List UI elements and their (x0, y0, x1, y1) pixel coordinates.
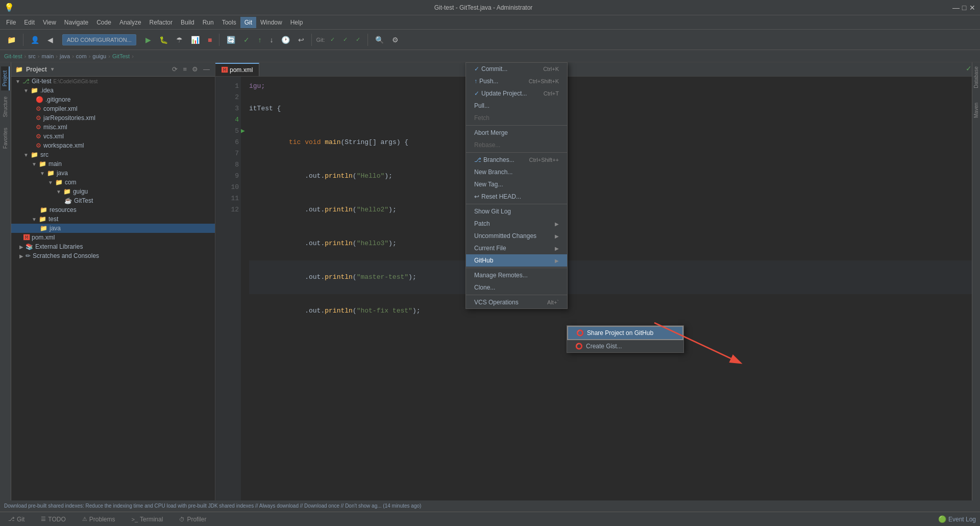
sidebar-filter-icon[interactable]: ⚙ (191, 64, 199, 74)
breadcrumb-java[interactable]: java (60, 53, 70, 59)
toolbar-profile[interactable]: 👤 (28, 33, 42, 47)
tree-main[interactable]: ▼ 📁 main (11, 159, 215, 169)
toolbar-nav-back[interactable]: ◀ (44, 33, 56, 47)
toolbar-push[interactable]: ↑ (255, 33, 264, 47)
tree-resources[interactable]: 📁 resources (11, 205, 215, 214)
breadcrumb-com[interactable]: com (76, 53, 87, 59)
git-menu-uncommitted[interactable]: Uncommitted Changes ▶ (466, 230, 567, 242)
breadcrumb-gittest[interactable]: GitTest (112, 53, 130, 59)
tree-src[interactable]: ▼ 📁 src (11, 150, 215, 159)
toolbar-pull[interactable]: ↓ (266, 33, 276, 47)
project-tab[interactable]: Project (1, 66, 10, 90)
toolbar-stop[interactable]: ■ (205, 33, 215, 47)
event-log-label[interactable]: Event Log (948, 516, 976, 523)
tree-compiler-xml[interactable]: ⚙ compiler.xml (11, 104, 215, 113)
line-num-5: 5 (217, 126, 239, 137)
tree-external-libs[interactable]: ▶ 📚 External Libraries (11, 242, 215, 251)
git-menu-new-branch[interactable]: New Branch... (466, 166, 567, 178)
tree-jar-repos[interactable]: ⚙ jarRepositories.xml (11, 113, 215, 123)
editor-tab-pom[interactable]: 🅼 pom.xml (215, 63, 259, 76)
toolbar-rollback[interactable]: ↩ (295, 33, 307, 47)
add-configuration-button[interactable]: ADD CONFIGURATION... (62, 34, 136, 45)
toolbar-debug[interactable]: 🐛 (156, 33, 171, 47)
tree-gittest-file[interactable]: ☕ GitTest (11, 196, 215, 205)
sidebar-dropdown[interactable]: ▼ (50, 66, 55, 72)
git-menu-pull[interactable]: Pull... (466, 100, 567, 112)
menu-refactor[interactable]: Refactor (145, 17, 177, 28)
menu-analyze[interactable]: Analyze (115, 17, 145, 28)
menu-run[interactable]: Run (199, 17, 218, 28)
toolbar-coverage[interactable]: ☂ (173, 33, 186, 47)
tree-test[interactable]: ▼ 📁 test (11, 214, 215, 224)
maven-tab[interactable]: Maven (973, 103, 979, 118)
tree-idea[interactable]: ▼ 📁 .idea (11, 86, 215, 95)
git-menu-clone[interactable]: Clone... (466, 281, 567, 294)
toolbar-profile-run[interactable]: 📊 (188, 33, 203, 47)
toolbar-settings[interactable]: ⚙ (389, 33, 402, 47)
bottom-tab-terminal[interactable]: >_ Terminal (127, 514, 167, 525)
breadcrumb-src[interactable]: src (28, 53, 36, 59)
menu-window[interactable]: Window (256, 17, 286, 28)
menu-tools[interactable]: Tools (218, 17, 240, 28)
menu-code[interactable]: Code (92, 17, 115, 28)
tree-guigu-folder[interactable]: ▼ 📁 guigu (11, 187, 215, 196)
toolbar-commit[interactable]: ✓ (240, 33, 253, 47)
bottom-tab-problems[interactable]: ⚠ Problems (78, 514, 119, 525)
git-menu-update[interactable]: ✓Update Project... Ctrl+T (466, 87, 567, 100)
menu-navigate[interactable]: Navigate (60, 17, 92, 28)
git-menu-new-tag[interactable]: New Tag... (466, 178, 567, 190)
submenu-share-github[interactable]: ⭕ Share Project on GitHub (567, 326, 683, 340)
git-menu-push[interactable]: ↑Push... Ctrl+Shift+K (466, 75, 567, 87)
database-tab[interactable]: Database (973, 66, 979, 88)
favorites-tab[interactable]: Favorites (2, 124, 9, 153)
git-menu-manage-remotes[interactable]: Manage Remotes... (466, 269, 567, 281)
git-menu-reset-head[interactable]: ↩Reset HEAD... (466, 190, 567, 203)
tree-vcs[interactable]: ⚙ vcs.xml (11, 132, 215, 141)
toolbar-git-check3[interactable]: ✓ (353, 33, 363, 47)
tree-root[interactable]: ▼ ⎇ Git-test E:\Code\Git\Git-test (11, 77, 215, 86)
menu-build[interactable]: Build (177, 17, 199, 28)
toolbar-history[interactable]: 🕐 (278, 33, 293, 47)
minimize-button[interactable]: — (952, 4, 960, 11)
toolbar-open-recent[interactable]: 📁 (4, 33, 19, 47)
menu-edit[interactable]: Edit (20, 17, 39, 28)
toolbar-search[interactable]: 🔍 (372, 33, 387, 47)
git-menu-patch[interactable]: Patch ▶ (466, 218, 567, 230)
sidebar-sync-icon[interactable]: ⟳ (171, 64, 179, 74)
git-menu-abort-merge[interactable]: Abort Merge (466, 127, 567, 139)
tree-misc[interactable]: ⚙ misc.xml (11, 123, 215, 132)
menu-git[interactable]: Git (240, 17, 256, 28)
tree-scratches[interactable]: ▶ ✏ Scratches and Consoles (11, 251, 215, 260)
maximize-button[interactable]: □ (961, 4, 968, 11)
close-button[interactable]: ✕ (969, 4, 976, 11)
tree-test-java[interactable]: 📁 java (11, 224, 215, 233)
toolbar-git-check1[interactable]: ✓ (327, 33, 338, 47)
git-menu-current-file[interactable]: Current File ▶ (466, 242, 567, 254)
bottom-tab-git[interactable]: ⎇ Git (4, 514, 29, 525)
bottom-tab-todo[interactable]: ☰ TODO (37, 514, 69, 525)
git-menu-vcs-ops[interactable]: VCS Operations Alt+` (466, 296, 567, 308)
tree-gitignore[interactable]: 🔴 .gitignore (11, 95, 215, 104)
sidebar-collapse-icon[interactable]: ≡ (182, 64, 188, 74)
tree-java-folder[interactable]: ▼ 📁 java (11, 169, 215, 178)
bottom-tab-profiler[interactable]: ⏱ Profiler (175, 514, 210, 525)
tree-workspace[interactable]: ⚙ workspace.xml (11, 141, 215, 150)
menu-file[interactable]: File (2, 17, 20, 28)
tree-com-folder[interactable]: ▼ 📁 com (11, 178, 215, 187)
tree-pom[interactable]: 🅼 pom.xml (11, 233, 215, 242)
submenu-create-gist[interactable]: ⭕ Create Gist... (567, 340, 683, 352)
structure-tab[interactable]: Structure (2, 92, 9, 122)
menu-help[interactable]: Help (286, 17, 307, 28)
git-menu-commit[interactable]: ✓Commit... Ctrl+K (466, 63, 567, 75)
menu-view[interactable]: View (39, 17, 60, 28)
breadcrumb-project[interactable]: Git-test (4, 53, 22, 59)
breadcrumb-guigu[interactable]: guigu (92, 53, 106, 59)
toolbar-run[interactable]: ▶ (142, 33, 154, 47)
sidebar-close-icon[interactable]: — (202, 64, 211, 74)
toolbar-update[interactable]: 🔄 (224, 33, 238, 47)
git-menu-branches[interactable]: ⎇Branches... Ctrl+Shift++ (466, 154, 567, 166)
git-menu-github[interactable]: GitHub ▶ (466, 254, 567, 267)
git-menu-show-log[interactable]: Show Git Log (466, 205, 567, 218)
toolbar-git-check2[interactable]: ✓ (340, 33, 351, 47)
breadcrumb-main[interactable]: main (41, 53, 54, 59)
